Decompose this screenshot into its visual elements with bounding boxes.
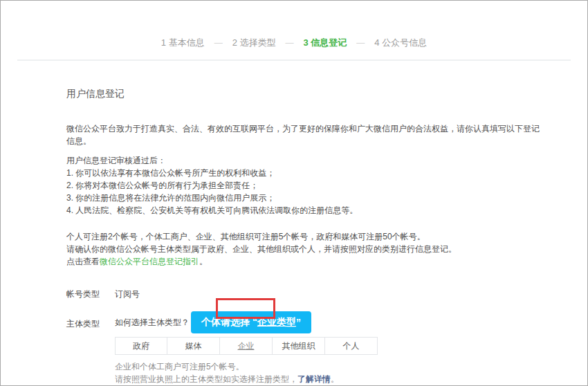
learn-more-link[interactable]: 了解详情	[297, 374, 331, 384]
subject-type-label: 主体类型	[66, 311, 115, 385]
guide-prefix: 点击查看	[66, 257, 100, 266]
registration-guide-link[interactable]: 微信公众平台信息登记指引	[100, 257, 199, 266]
main-content: 用户信息登记 微信公众平台致力于打造真实、合法、有效的互联网平台，为了更好的保障…	[1, 88, 587, 385]
step-separator: —	[286, 38, 294, 48]
list-item: 3. 你的注册信息将在法律允许的范围内向微信用户展示；	[66, 192, 546, 204]
step-separator: —	[356, 38, 365, 48]
quota-line-2: 请确认你的微信公众帐号主体类型属于政府、企业、其他组织或个人，并请按照对应的类别…	[66, 243, 546, 255]
registration-page: 1 基本信息 — 2 选择类型 — 3 信息登记 — 4 公众号信息 用户信息登…	[0, 0, 588, 386]
step-account-info: 4 公众号信息	[374, 37, 427, 49]
tab-media[interactable]: 媒体	[167, 337, 220, 355]
step-indicator: 1 基本信息 — 2 选择类型 — 3 信息登记 — 4 公众号信息	[1, 1, 587, 49]
step-basic-info: 1 基本信息	[161, 37, 205, 49]
tab-individual[interactable]: 个人	[325, 337, 378, 355]
list-item: 4. 人民法院、检察院、公安机关等有权机关可向腾讯依法调取你的注册信息等。	[66, 204, 546, 217]
tab-government[interactable]: 政府	[115, 337, 167, 355]
note-license-text: 请按照营业执照上的主体类型如实选择注册类型，	[115, 374, 297, 384]
account-type-row: 帐号类型 订阅号	[66, 288, 546, 300]
subject-type-field: 如何选择主体类型？ 个体请选择 “企业类型” 政府 媒体 企业 其他组织 个人 …	[115, 311, 378, 385]
tooltip-highlight: 企业类型	[257, 316, 296, 329]
guide-line: 点击查看微信公众平台信息登记指引。	[66, 255, 546, 268]
review-header: 用户信息登记审核通过后：	[66, 154, 546, 167]
step-info-registration-active: 3 信息登记	[304, 37, 347, 49]
subject-type-row: 主体类型 如何选择主体类型？ 个体请选择 “企业类型” 政府 媒体 企业 其他组…	[66, 311, 546, 385]
subject-help-link[interactable]: 如何选择主体类型？	[115, 317, 190, 329]
individual-choose-enterprise-tooltip: 个体请选择 “企业类型”	[191, 311, 311, 333]
tab-enterprise[interactable]: 企业	[220, 337, 273, 355]
account-type-label: 帐号类型	[66, 288, 115, 300]
tab-other-organization[interactable]: 其他组织	[273, 337, 325, 355]
quota-line-1: 个人可注册2个帐号，个体工商户、企业、其他组织可注册5个帐号，政府和媒体可注册5…	[66, 230, 546, 243]
intro-paragraph: 微信公众平台致力于打造真实、合法、有效的互联网平台，为了更好的保障你和广大微信用…	[66, 122, 546, 147]
subject-type-notes: 企业和个体工商户可注册5个帐号。 请按照营业执照上的主体类型如实选择注册类型，了…	[115, 360, 378, 385]
note-license-suffix: 。	[331, 374, 339, 384]
note-license: 请按照营业执照上的主体类型如实选择注册类型，了解详情。	[115, 373, 378, 385]
note-quota: 企业和个体工商户可注册5个帐号。	[115, 360, 378, 373]
subject-type-tabs: 政府 媒体 企业 其他组织 个人	[115, 337, 378, 355]
header-divider	[17, 59, 571, 61]
list-item: 2. 你将对本微信公众帐号的所有行为承担全部责任；	[66, 179, 546, 192]
page-title: 用户信息登记	[66, 88, 546, 100]
quota-block: 个人可注册2个帐号，个体工商户、企业、其他组织可注册5个帐号，政府和媒体可注册5…	[66, 230, 546, 268]
review-list: 1. 你可以依法享有本微信公众帐号所产生的权利和收益； 2. 你将对本微信公众帐…	[66, 167, 546, 217]
tooltip-prefix: 个体请选择 “	[201, 316, 257, 329]
subject-help-row: 如何选择主体类型？ 个体请选择 “企业类型”	[115, 311, 378, 333]
guide-suffix: 。	[199, 257, 208, 266]
step-separator: —	[214, 38, 223, 48]
step-select-type: 2 选择类型	[232, 37, 276, 49]
tooltip-suffix: ”	[296, 317, 301, 328]
list-item: 1. 你可以依法享有本微信公众帐号所产生的权利和收益；	[66, 167, 546, 179]
account-type-value: 订阅号	[115, 288, 140, 300]
